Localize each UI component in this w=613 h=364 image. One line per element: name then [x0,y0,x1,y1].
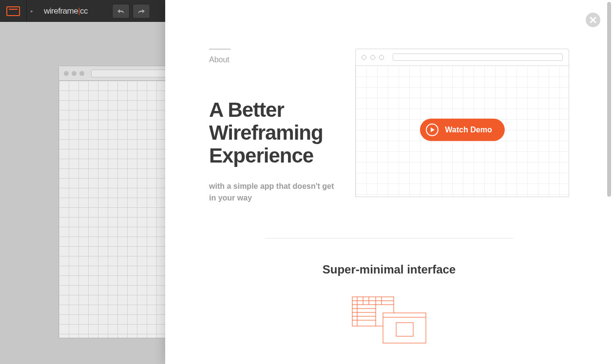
hero-subtitle: with a simple app that doesn't get in yo… [209,181,341,204]
toolbar-history [112,4,150,18]
undo-button[interactable] [112,4,130,18]
demo-browser-toolbar [356,49,569,66]
demo-browser-frame: Watch Demo [355,49,569,197]
undo-icon [117,8,125,14]
logo-left: wireframe [44,6,78,16]
window-dot [79,71,84,76]
about-rule [209,49,230,50]
redo-icon [137,8,145,14]
overlay-content: About A Better Wireframing Experience wi… [165,0,613,364]
hero-title: A Better Wireframing Experience [209,98,341,167]
window-dot [379,55,384,60]
app-logo: wireframe|cc [37,6,97,16]
redo-button[interactable] [133,4,150,18]
window-dot [362,55,366,60]
logo-right: cc [80,6,88,16]
close-button[interactable] [586,13,600,27]
hero-left-column: About A Better Wireframing Experience wi… [209,49,341,204]
window-dot [64,71,69,76]
watch-demo-label: Watch Demo [445,125,492,134]
window-dot [370,55,375,60]
play-icon [425,123,438,136]
close-icon [590,17,596,23]
hero-right-column: Watch Demo [355,49,569,204]
section-body: Wireframe.cc offers a clutter-free envir… [263,362,516,364]
device-select-button[interactable] [0,0,27,22]
scrollbar[interactable] [607,2,611,362]
section-illustration [209,296,569,345]
demo-url-bar [393,54,563,61]
section-divider [265,238,514,238]
watch-demo-button[interactable]: Watch Demo [420,118,504,141]
hero-row: About A Better Wireframing Experience wi… [209,49,569,204]
scrollbar-thumb[interactable] [607,2,611,197]
section-title: Super-minimal interface [209,263,569,276]
window-dot [72,71,77,76]
chevron-right-icon: ▸ [27,8,37,14]
about-label: About [209,55,341,64]
about-overlay-panel: About A Better Wireframing Experience wi… [165,0,613,364]
browser-icon [6,6,20,16]
